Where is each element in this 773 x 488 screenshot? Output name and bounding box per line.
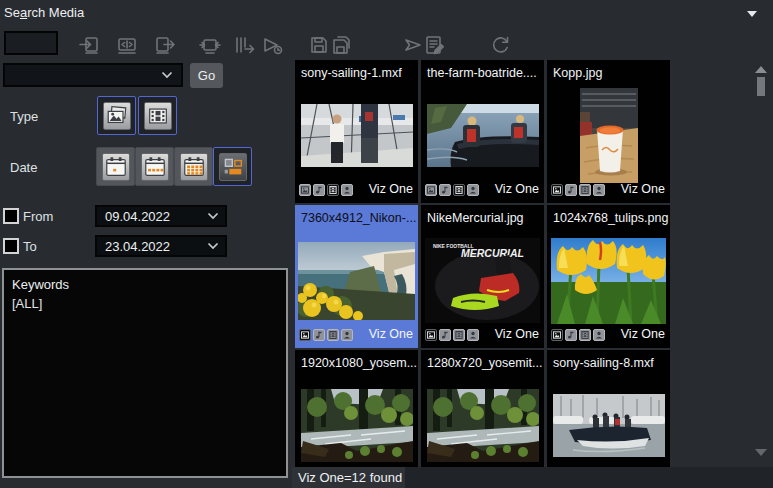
video-badge-icon xyxy=(327,184,339,196)
svg-text:MERCURIAL: MERCURIAL xyxy=(461,247,524,259)
person-badge-icon xyxy=(467,184,479,196)
media-thumbnail xyxy=(295,378,418,467)
media-tile[interactable]: Kopp.jpg Viz One xyxy=(547,60,670,203)
date-filter-week-button[interactable] xyxy=(135,147,174,186)
video-badge-icon xyxy=(579,329,591,341)
scrollbar-thumb[interactable] xyxy=(757,77,765,96)
media-tile[interactable]: NikeMercurial.jpg NIKE FOOTBALLMERCURIAL… xyxy=(421,205,544,348)
video-type-icon xyxy=(144,102,172,130)
media-tile[interactable]: 1280x720_yosemit... Viz One xyxy=(421,350,544,467)
date-filter-day-button[interactable] xyxy=(96,147,135,186)
from-checkbox[interactable] xyxy=(3,208,19,224)
provider-label: Viz One xyxy=(495,327,539,341)
provider-label: Viz One xyxy=(369,182,413,196)
send-to-playlist-icon[interactable] xyxy=(402,34,424,56)
calendar-day-icon xyxy=(102,153,130,181)
date-filter-custom-button[interactable] xyxy=(213,147,252,186)
video-badge-icon xyxy=(327,329,339,341)
media-tile[interactable]: sony-sailing-1.mxf Viz One xyxy=(295,60,418,203)
person-badge-icon xyxy=(341,184,353,196)
provider-label: Viz One xyxy=(369,327,413,341)
scroll-up-icon[interactable] xyxy=(755,66,767,73)
media-tile[interactable]: sony-sailing-8.mxf Viz One xyxy=(547,350,670,467)
keywords-all-item[interactable]: [ALL] xyxy=(12,296,42,311)
media-thumbnail xyxy=(295,233,418,328)
edit-playlist-icon[interactable] xyxy=(423,34,445,56)
media-tile-title: 7360x4912_Nikon-... xyxy=(301,211,416,225)
media-thumbnail xyxy=(547,378,670,467)
person-badge-icon xyxy=(341,329,353,341)
calendar-week-icon xyxy=(141,153,169,181)
person-badge-icon xyxy=(593,329,605,341)
media-tile-title: NikeMercurial.jpg xyxy=(427,211,524,225)
audio-badge-icon xyxy=(439,329,451,341)
image-badge-icon xyxy=(299,184,311,196)
from-label: From xyxy=(23,209,53,224)
media-tile-title: the-farm-boatride.... xyxy=(427,66,537,80)
keywords-label: Keywords xyxy=(12,277,69,292)
quick-search-input[interactable] xyxy=(4,31,58,55)
media-type-badges xyxy=(551,184,605,196)
media-thumbnail xyxy=(547,233,670,328)
media-tile-title: 1280x720_yosemit... xyxy=(427,356,542,370)
media-type-badges xyxy=(425,329,479,341)
status-bar: Viz One=12 found xyxy=(292,467,773,488)
audio-badge-icon xyxy=(565,184,577,196)
panel-menu-caret-icon[interactable] xyxy=(747,11,757,17)
media-type-badges xyxy=(299,184,353,196)
chevron-down-icon xyxy=(161,71,173,79)
type-filter-image-button[interactable] xyxy=(97,96,136,135)
status-text: Viz One=12 found xyxy=(292,467,405,488)
media-tile-title: Kopp.jpg xyxy=(553,66,602,80)
from-date-select[interactable]: 09.04.2022 xyxy=(95,205,227,227)
provider-label: Viz One xyxy=(495,182,539,196)
calendar-month-icon xyxy=(180,153,208,181)
video-badge-icon xyxy=(453,329,465,341)
media-tile[interactable]: 7360x4912_Nikon-... Viz One xyxy=(295,205,418,348)
image-badge-icon xyxy=(551,184,563,196)
audio-badge-icon xyxy=(565,329,577,341)
import-media-icon[interactable] xyxy=(78,34,100,56)
chevron-down-icon xyxy=(207,242,219,250)
person-badge-icon xyxy=(593,184,605,196)
search-media-panel: Search Media Go Type Date From 09.04.202… xyxy=(0,0,773,488)
media-type-badges xyxy=(425,184,479,196)
export-media-icon[interactable] xyxy=(154,34,176,56)
calendar-custom-icon xyxy=(219,153,247,181)
to-label: To xyxy=(23,239,37,254)
insert-clip-icon[interactable] xyxy=(199,34,221,56)
media-tile[interactable]: 1920x1080_yosem... Viz One xyxy=(295,350,418,467)
person-badge-icon xyxy=(467,329,479,341)
media-tile-title: sony-sailing-1.mxf xyxy=(301,66,402,80)
keywords-box[interactable]: Keywords [ALL] xyxy=(2,268,288,478)
scheduled-play-icon[interactable] xyxy=(261,34,283,56)
results-grid: sony-sailing-1.mxf Viz One the-farm-boat… xyxy=(295,60,670,467)
save-as-icon[interactable] xyxy=(331,34,353,56)
to-date-select[interactable]: 23.04.2022 xyxy=(95,235,227,257)
image-badge-icon xyxy=(425,184,437,196)
save-icon[interactable] xyxy=(308,34,330,56)
audio-badge-icon xyxy=(439,184,451,196)
media-tile[interactable]: the-farm-boatride.... Viz One xyxy=(421,60,544,203)
date-filter-month-button[interactable] xyxy=(174,147,213,186)
media-tile-title: sony-sailing-8.mxf xyxy=(553,356,654,370)
mark-in-out-icon[interactable] xyxy=(116,34,138,56)
search-combo[interactable] xyxy=(3,63,183,87)
scroll-down-icon[interactable] xyxy=(755,449,767,456)
media-type-badges xyxy=(299,329,353,341)
image-badge-icon xyxy=(299,329,311,341)
media-tile-title: 1024x768_tulips.png xyxy=(553,211,668,225)
audio-badge-icon xyxy=(313,184,325,196)
media-tile[interactable]: 1024x768_tulips.png Viz One xyxy=(547,205,670,348)
go-button[interactable]: Go xyxy=(190,63,223,88)
image-badge-icon xyxy=(425,329,437,341)
refresh-icon[interactable] xyxy=(489,34,511,56)
apply-to-stack-icon[interactable] xyxy=(233,34,255,56)
from-date-value: 09.04.2022 xyxy=(105,209,170,224)
to-date-value: 23.04.2022 xyxy=(105,239,170,254)
to-checkbox[interactable] xyxy=(3,238,19,254)
media-thumbnail xyxy=(547,88,670,183)
type-filter-video-button[interactable] xyxy=(138,96,177,135)
type-label: Type xyxy=(10,109,38,124)
media-type-badges xyxy=(551,329,605,341)
